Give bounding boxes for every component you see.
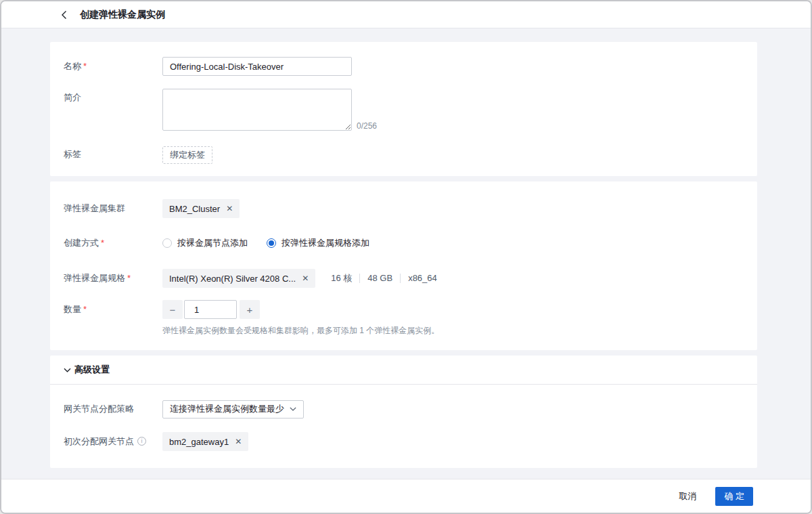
char-counter: 0/256 xyxy=(357,121,377,131)
cluster-chip-label: BM2_Cluster xyxy=(169,204,220,214)
chevron-down-icon xyxy=(64,368,71,372)
quantity-hint: 弹性裸金属实例数量会受规格和集群影响，最多可添加 1 个弹性裸金属实例。 xyxy=(162,325,439,337)
radio-selected-icon xyxy=(267,238,276,248)
required-marker: * xyxy=(83,61,87,71)
quantity-stepper: − + xyxy=(162,300,439,319)
spec-chip: Intel(R) Xeon(R) Silver 4208 C... ✕ xyxy=(162,269,315,288)
spec-row: 弹性裸金属规格* Intel(R) Xeon(R) Silver 4208 C.… xyxy=(64,269,744,288)
page-header: 创建弹性裸金属实例 xyxy=(1,1,811,28)
advanced-settings-card: 高级设置 网关节点分配策略 连接弹性裸金属实例数量最少 xyxy=(50,356,757,468)
spec-arch: x86_64 xyxy=(400,274,445,283)
name-input[interactable] xyxy=(162,57,352,76)
spec-summary: 16 核 48 GB x86_64 xyxy=(323,274,445,283)
decrement-button[interactable]: − xyxy=(162,300,183,319)
radio-by-node-label: 按裸金属节点添加 xyxy=(177,237,248,249)
form-content: 名称* 简介 0/256 标签 绑定标签 xyxy=(1,28,811,479)
gateway-policy-value: 连接弹性裸金属实例数量最少 xyxy=(170,403,284,415)
spec-memory: 48 GB xyxy=(359,274,400,283)
radio-by-node[interactable]: 按裸金属节点添加 xyxy=(162,237,248,249)
gateway-node-chip: bm2_gateway1 ✕ xyxy=(162,432,248,451)
gateway-node-chip-label: bm2_gateway1 xyxy=(169,437,229,447)
remove-cluster-icon[interactable]: ✕ xyxy=(226,205,233,213)
increment-button[interactable]: + xyxy=(240,300,260,319)
chevron-down-icon xyxy=(290,407,296,411)
remove-spec-icon[interactable]: ✕ xyxy=(302,274,309,282)
required-marker: * xyxy=(127,273,131,283)
create-bare-metal-instance-page: 创建弹性裸金属实例 名称* 简介 0/256 标签 xyxy=(0,0,812,514)
tag-row: 标签 绑定标签 xyxy=(64,146,744,164)
config-card: 弹性裸金属集群 BM2_Cluster ✕ 创建方式* 按裸金属 xyxy=(50,181,757,350)
radio-by-spec[interactable]: 按弹性裸金属规格添加 xyxy=(267,237,369,249)
remove-gateway-icon[interactable]: ✕ xyxy=(235,437,242,446)
gateway-policy-select[interactable]: 连接弹性裸金属实例数量最少 xyxy=(162,400,304,419)
quantity-row: 数量* − + 弹性裸金属实例数量会受规格和集群影响，最多可添加 1 个弹性裸金… xyxy=(64,300,744,337)
chevron-left-icon xyxy=(61,10,67,20)
required-marker: * xyxy=(83,304,87,314)
page-title: 创建弹性裸金属实例 xyxy=(80,9,165,21)
creation-method-radio-group: 按裸金属节点添加 按弹性裸金属规格添加 xyxy=(162,237,369,249)
gateway-node-label: 初次分配网关节点 i xyxy=(64,432,162,451)
creation-method-label: 创建方式* xyxy=(64,234,162,253)
advanced-settings-toggle[interactable]: 高级设置 xyxy=(50,356,757,385)
spec-cores: 16 核 xyxy=(323,274,359,283)
tag-label: 标签 xyxy=(64,146,162,162)
name-label: 名称* xyxy=(64,57,162,76)
spec-chip-label: Intel(R) Xeon(R) Silver 4208 C... xyxy=(169,274,296,284)
cluster-row: 弹性裸金属集群 BM2_Cluster ✕ xyxy=(64,199,744,218)
back-button[interactable] xyxy=(58,9,69,20)
description-textarea[interactable] xyxy=(162,89,352,131)
required-marker: * xyxy=(101,238,104,248)
bind-tag-button[interactable]: 绑定标签 xyxy=(162,146,212,164)
advanced-settings-title: 高级设置 xyxy=(74,364,110,376)
gateway-node-row: 初次分配网关节点 i bm2_gateway1 ✕ xyxy=(64,432,744,451)
gateway-policy-row: 网关节点分配策略 连接弹性裸金属实例数量最少 xyxy=(64,400,744,419)
spec-label: 弹性裸金属规格* xyxy=(64,269,162,288)
description-label: 简介 xyxy=(64,89,162,104)
gateway-policy-label: 网关节点分配策略 xyxy=(64,400,162,419)
confirm-button[interactable]: 确 定 xyxy=(715,487,753,506)
radio-unselected-icon xyxy=(162,238,172,248)
cluster-chip: BM2_Cluster ✕ xyxy=(162,199,240,218)
info-icon[interactable]: i xyxy=(137,437,146,446)
quantity-input[interactable] xyxy=(184,300,237,319)
description-row: 简介 0/256 xyxy=(64,89,744,131)
cancel-button[interactable]: 取消 xyxy=(673,486,702,507)
creation-method-row: 创建方式* 按裸金属节点添加 按弹性裸金属规格添加 xyxy=(64,234,744,253)
footer-action-bar: 取消 确 定 xyxy=(1,479,811,513)
cluster-label: 弹性裸金属集群 xyxy=(64,199,162,218)
basic-info-card: 名称* 简介 0/256 标签 绑定标签 xyxy=(50,42,757,176)
quantity-label: 数量* xyxy=(64,300,162,319)
radio-by-spec-label: 按弹性裸金属规格添加 xyxy=(281,237,369,249)
name-row: 名称* xyxy=(64,57,744,76)
